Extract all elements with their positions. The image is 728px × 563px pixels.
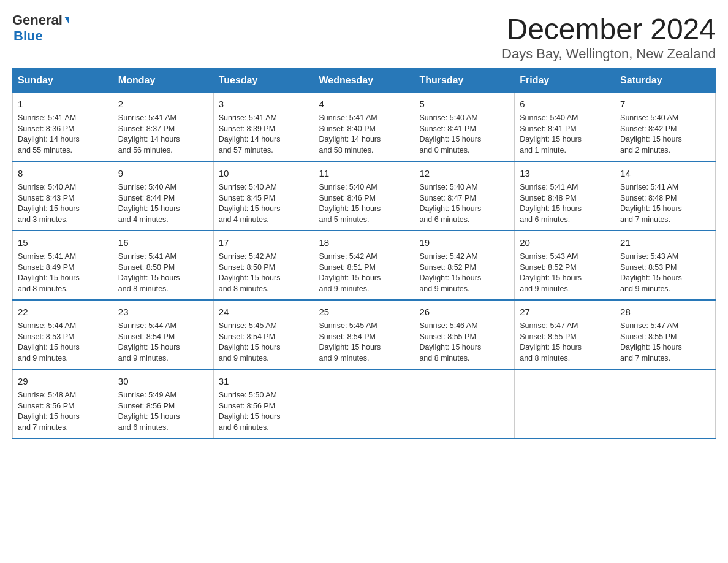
calendar-cell: 13Sunrise: 5:41 AM Sunset: 8:48 PM Dayli… <box>515 161 615 231</box>
header-day-tuesday: Tuesday <box>213 69 314 93</box>
day-number: 16 <box>118 236 208 249</box>
calendar-week-row: 15Sunrise: 5:41 AM Sunset: 8:49 PM Dayli… <box>13 231 716 300</box>
day-number: 18 <box>319 236 409 249</box>
calendar-cell: 14Sunrise: 5:41 AM Sunset: 8:48 PM Dayli… <box>615 161 716 231</box>
calendar-cell: 9Sunrise: 5:40 AM Sunset: 8:44 PM Daylig… <box>113 161 213 231</box>
day-number: 8 <box>18 167 108 180</box>
calendar-cell: 19Sunrise: 5:42 AM Sunset: 8:52 PM Dayli… <box>414 231 515 300</box>
day-info: Sunrise: 5:42 AM Sunset: 8:52 PM Dayligh… <box>419 251 509 294</box>
day-number: 1 <box>18 98 108 110</box>
day-number: 24 <box>219 305 309 318</box>
day-number: 10 <box>219 167 309 180</box>
day-info: Sunrise: 5:43 AM Sunset: 8:53 PM Dayligh… <box>620 251 710 294</box>
logo-blue-text: Blue <box>13 28 43 44</box>
day-info: Sunrise: 5:40 AM Sunset: 8:43 PM Dayligh… <box>18 182 108 225</box>
day-number: 14 <box>620 167 710 180</box>
calendar-cell: 24Sunrise: 5:45 AM Sunset: 8:54 PM Dayli… <box>213 300 314 369</box>
day-info: Sunrise: 5:40 AM Sunset: 8:46 PM Dayligh… <box>319 182 409 225</box>
day-info: Sunrise: 5:47 AM Sunset: 8:55 PM Dayligh… <box>620 321 710 364</box>
page-header: General Blue December 2024 Days Bay, Wel… <box>12 12 716 62</box>
day-info: Sunrise: 5:41 AM Sunset: 8:50 PM Dayligh… <box>118 251 208 294</box>
calendar-cell <box>414 369 515 439</box>
logo-triangle-icon <box>64 17 69 25</box>
day-info: Sunrise: 5:49 AM Sunset: 8:56 PM Dayligh… <box>118 390 208 433</box>
day-info: Sunrise: 5:40 AM Sunset: 8:42 PM Dayligh… <box>620 113 710 156</box>
calendar-cell: 5Sunrise: 5:40 AM Sunset: 8:41 PM Daylig… <box>414 93 515 162</box>
day-number: 3 <box>219 98 309 110</box>
day-info: Sunrise: 5:41 AM Sunset: 8:39 PM Dayligh… <box>219 113 309 156</box>
day-number: 25 <box>319 305 409 318</box>
day-number: 31 <box>219 375 309 388</box>
logo-general-text: General <box>12 12 63 28</box>
day-number: 30 <box>118 375 208 388</box>
day-info: Sunrise: 5:41 AM Sunset: 8:49 PM Dayligh… <box>18 251 108 294</box>
day-number: 9 <box>118 167 208 180</box>
day-number: 15 <box>18 236 108 249</box>
calendar-cell: 6Sunrise: 5:40 AM Sunset: 8:41 PM Daylig… <box>515 93 615 162</box>
day-info: Sunrise: 5:45 AM Sunset: 8:54 PM Dayligh… <box>319 321 409 364</box>
calendar-week-row: 8Sunrise: 5:40 AM Sunset: 8:43 PM Daylig… <box>13 161 716 231</box>
calendar-cell <box>314 369 414 439</box>
day-info: Sunrise: 5:47 AM Sunset: 8:55 PM Dayligh… <box>520 321 610 364</box>
header-day-wednesday: Wednesday <box>314 69 414 93</box>
day-number: 2 <box>118 98 208 110</box>
month-title: December 2024 <box>502 12 716 46</box>
header-day-saturday: Saturday <box>615 69 716 93</box>
day-number: 12 <box>419 167 509 180</box>
calendar-week-row: 22Sunrise: 5:44 AM Sunset: 8:53 PM Dayli… <box>13 300 716 369</box>
day-number: 19 <box>419 236 509 249</box>
calendar-cell: 23Sunrise: 5:44 AM Sunset: 8:54 PM Dayli… <box>113 300 213 369</box>
day-info: Sunrise: 5:40 AM Sunset: 8:41 PM Dayligh… <box>419 113 509 156</box>
day-number: 22 <box>18 305 108 318</box>
calendar-cell: 15Sunrise: 5:41 AM Sunset: 8:49 PM Dayli… <box>13 231 113 300</box>
day-number: 27 <box>520 305 610 318</box>
calendar-cell: 8Sunrise: 5:40 AM Sunset: 8:43 PM Daylig… <box>13 161 113 231</box>
calendar-cell: 3Sunrise: 5:41 AM Sunset: 8:39 PM Daylig… <box>213 93 314 162</box>
day-number: 11 <box>319 167 409 180</box>
calendar-cell: 28Sunrise: 5:47 AM Sunset: 8:55 PM Dayli… <box>615 300 716 369</box>
calendar-cell: 11Sunrise: 5:40 AM Sunset: 8:46 PM Dayli… <box>314 161 414 231</box>
calendar-cell: 27Sunrise: 5:47 AM Sunset: 8:55 PM Dayli… <box>515 300 615 369</box>
calendar-header-row: SundayMondayTuesdayWednesdayThursdayFrid… <box>13 69 716 93</box>
calendar-cell: 10Sunrise: 5:40 AM Sunset: 8:45 PM Dayli… <box>213 161 314 231</box>
day-info: Sunrise: 5:46 AM Sunset: 8:55 PM Dayligh… <box>419 321 509 364</box>
day-info: Sunrise: 5:41 AM Sunset: 8:36 PM Dayligh… <box>18 113 108 156</box>
day-info: Sunrise: 5:50 AM Sunset: 8:56 PM Dayligh… <box>219 390 309 433</box>
day-info: Sunrise: 5:44 AM Sunset: 8:54 PM Dayligh… <box>118 321 208 364</box>
location-title: Days Bay, Wellington, New Zealand <box>502 46 716 62</box>
day-number: 21 <box>620 236 710 249</box>
calendar-week-row: 29Sunrise: 5:48 AM Sunset: 8:56 PM Dayli… <box>13 369 716 439</box>
header-day-sunday: Sunday <box>13 69 113 93</box>
calendar-cell: 18Sunrise: 5:42 AM Sunset: 8:51 PM Dayli… <box>314 231 414 300</box>
calendar-cell: 12Sunrise: 5:40 AM Sunset: 8:47 PM Dayli… <box>414 161 515 231</box>
calendar-cell: 16Sunrise: 5:41 AM Sunset: 8:50 PM Dayli… <box>113 231 213 300</box>
logo: General Blue <box>12 12 69 44</box>
calendar-cell: 31Sunrise: 5:50 AM Sunset: 8:56 PM Dayli… <box>213 369 314 439</box>
calendar-cell <box>615 369 716 439</box>
calendar-cell: 29Sunrise: 5:48 AM Sunset: 8:56 PM Dayli… <box>13 369 113 439</box>
day-number: 28 <box>620 305 710 318</box>
calendar-cell: 2Sunrise: 5:41 AM Sunset: 8:37 PM Daylig… <box>113 93 213 162</box>
title-block: December 2024 Days Bay, Wellington, New … <box>502 12 716 62</box>
day-info: Sunrise: 5:45 AM Sunset: 8:54 PM Dayligh… <box>219 321 309 364</box>
calendar-cell: 25Sunrise: 5:45 AM Sunset: 8:54 PM Dayli… <box>314 300 414 369</box>
day-info: Sunrise: 5:40 AM Sunset: 8:47 PM Dayligh… <box>419 182 509 225</box>
calendar-cell: 21Sunrise: 5:43 AM Sunset: 8:53 PM Dayli… <box>615 231 716 300</box>
day-info: Sunrise: 5:41 AM Sunset: 8:37 PM Dayligh… <box>118 113 208 156</box>
calendar-cell: 4Sunrise: 5:41 AM Sunset: 8:40 PM Daylig… <box>314 93 414 162</box>
day-info: Sunrise: 5:40 AM Sunset: 8:41 PM Dayligh… <box>520 113 610 156</box>
calendar-cell: 20Sunrise: 5:43 AM Sunset: 8:52 PM Dayli… <box>515 231 615 300</box>
header-day-thursday: Thursday <box>414 69 515 93</box>
day-info: Sunrise: 5:41 AM Sunset: 8:48 PM Dayligh… <box>620 182 710 225</box>
day-number: 26 <box>419 305 509 318</box>
day-number: 6 <box>520 98 610 110</box>
day-number: 17 <box>219 236 309 249</box>
calendar-cell: 17Sunrise: 5:42 AM Sunset: 8:50 PM Dayli… <box>213 231 314 300</box>
header-day-friday: Friday <box>515 69 615 93</box>
calendar-cell <box>515 369 615 439</box>
calendar-table: SundayMondayTuesdayWednesdayThursdayFrid… <box>12 68 716 439</box>
day-number: 20 <box>520 236 610 249</box>
day-info: Sunrise: 5:41 AM Sunset: 8:40 PM Dayligh… <box>319 113 409 156</box>
day-info: Sunrise: 5:48 AM Sunset: 8:56 PM Dayligh… <box>18 390 108 433</box>
calendar-cell: 1Sunrise: 5:41 AM Sunset: 8:36 PM Daylig… <box>13 93 113 162</box>
